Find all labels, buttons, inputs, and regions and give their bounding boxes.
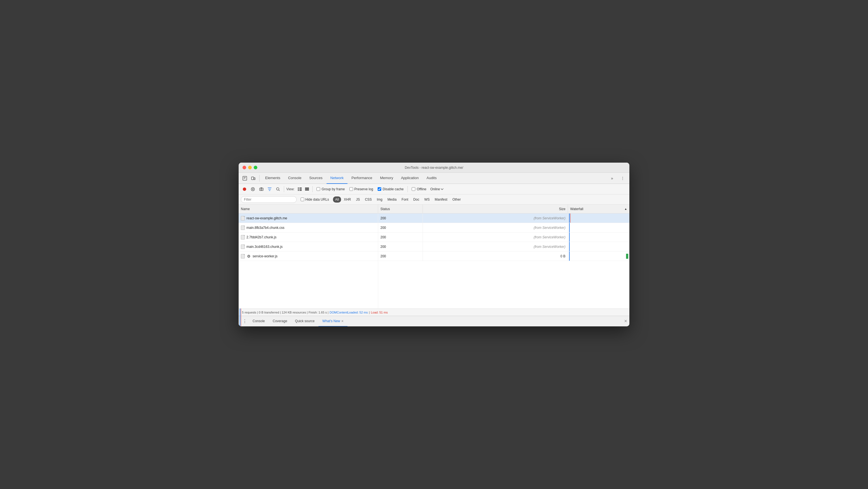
empty-table-area [239,261,629,309]
table-header: Name Status Size Waterfall ▲ [239,205,629,213]
row-name-4: main.3cd46163.chunk.js [239,242,378,251]
tab-memory[interactable]: Memory [376,173,397,184]
sort-arrow: ▲ [624,207,627,210]
view-label: View: [286,187,294,191]
waterfall-blue-line [569,232,570,242]
waterfall-blue-line-empty [240,309,240,326]
table-row[interactable]: main.3cd46163.chunk.js 200 (from Service… [239,242,629,252]
search-button[interactable] [274,185,282,193]
disable-cache-toggle[interactable]: Disable cache [376,187,405,191]
minimize-button[interactable] [248,166,252,169]
filter-button[interactable] [266,185,273,193]
filter-type-media[interactable]: Media [385,196,399,203]
row-waterfall-5 [568,252,629,261]
row-size-4: (from ServiceWorker) [423,242,568,251]
waterfall-red-line [570,213,570,223]
offline-checkbox[interactable] [412,187,415,191]
waterfall-red-line-empty [241,309,241,326]
waterfall-bars-5 [568,252,629,261]
clear-button[interactable] [249,185,256,193]
service-worker-icon: ⚙ [246,254,251,258]
group-by-frame-toggle[interactable]: Group by frame [315,187,346,191]
toolbar-divider-1 [284,186,284,192]
tab-application[interactable]: Application [397,173,423,184]
offline-toggle[interactable]: Offline [410,187,428,191]
table-row[interactable]: react-sw-example.glitch.me 200 (from Ser… [239,213,629,223]
toolbar-divider-3 [407,186,408,192]
header-status[interactable]: Status [378,205,423,213]
devtools-window: DevTools - react-sw-example.glitch.me/ E… [239,163,629,326]
tab-console[interactable]: Console [284,173,305,184]
filter-input[interactable] [241,196,297,203]
file-icon-1 [241,216,245,221]
network-throttle-dropdown[interactable]: Online [429,186,445,192]
row-waterfall-4 [568,242,629,251]
view-list-button[interactable] [297,186,303,192]
title-bar: DevTools - react-sw-example.glitch.me/ [239,163,629,173]
table-row[interactable]: 2.7fdd42b7.chunk.js 200 (from ServiceWor… [239,232,629,242]
svg-rect-15 [305,189,309,191]
tab-divider [259,175,259,182]
window-title: DevTools - react-sw-example.glitch.me/ [405,166,463,170]
more-tabs-button[interactable]: » [608,174,616,182]
filter-type-font[interactable]: Font [399,196,410,203]
filter-type-other[interactable]: Other [450,196,463,203]
filter-type-all[interactable]: All [333,196,341,203]
svg-rect-14 [305,188,309,189]
network-toolbar: View: Group by frame Preserve log [239,184,629,195]
filter-type-xhr[interactable]: XHR [342,196,353,203]
table-row[interactable]: main.8fb3a7b4.chunk.css 200 (from Servic… [239,223,629,232]
waterfall-bars-4 [568,242,629,251]
device-toolbar-icon[interactable] [249,174,257,182]
tab-network[interactable]: Network [327,173,348,184]
row-name-3: 2.7fdd42b7.chunk.js [239,232,378,242]
row-status-4: 200 [378,242,423,251]
group-by-frame-checkbox[interactable] [316,187,320,191]
tab-elements[interactable]: Elements [261,173,284,184]
devtools-tab-bar: Elements Console Sources Network Perform… [239,173,629,184]
hide-data-urls-checkbox[interactable] [301,198,304,201]
table-row[interactable]: ⚙ service-worker.js 200 0 B [239,252,629,261]
svg-rect-11 [300,189,302,190]
screenshot-button[interactable] [258,185,265,193]
filter-type-manifest[interactable]: Manifest [433,196,450,203]
header-waterfall[interactable]: Waterfall ▲ [568,205,629,213]
tab-sources[interactable]: Sources [305,173,327,184]
maximize-button[interactable] [254,166,257,169]
inspector-icon[interactable] [241,174,249,182]
tab-audits[interactable]: Audits [423,173,440,184]
close-button[interactable] [243,166,246,169]
svg-point-3 [243,188,246,191]
file-icon-3 [241,235,245,239]
disable-cache-checkbox[interactable] [378,187,381,191]
header-size[interactable]: Size [423,205,568,213]
preserve-log-toggle[interactable]: Preserve log [348,187,375,191]
preserve-log-checkbox[interactable] [349,187,353,191]
row-size-1: (from ServiceWorker) [423,213,568,223]
record-button[interactable] [241,185,248,193]
tab-performance[interactable]: Performance [347,173,376,184]
svg-rect-2 [254,178,255,180]
filter-type-css[interactable]: CSS [363,196,374,203]
waterfall-blue-line [569,242,570,251]
row-waterfall-1 [568,213,629,223]
waterfall-blue-line [569,252,570,261]
svg-rect-12 [298,190,299,191]
row-size-3: (from ServiceWorker) [423,232,568,242]
devtools-menu-button[interactable]: ⋮ [619,174,627,182]
svg-rect-8 [298,188,299,188]
hide-data-urls-toggle[interactable]: Hide data URLs [301,198,329,201]
filter-type-js[interactable]: JS [353,196,362,203]
row-size-2: (from ServiceWorker) [423,223,568,232]
header-name[interactable]: Name [239,205,378,213]
network-table-body: react-sw-example.glitch.me 200 (from Ser… [239,213,629,309]
svg-rect-13 [300,190,302,191]
filter-type-doc[interactable]: Doc [411,196,422,203]
row-status-2: 200 [378,223,423,232]
waterfall-green-dot [626,254,628,259]
filter-type-img[interactable]: Img [375,196,384,203]
close-all-tabs-button[interactable]: × [624,318,627,324]
filter-type-ws[interactable]: WS [422,196,432,203]
view-large-button[interactable] [304,186,310,192]
filter-bar: Hide data URLs All XHR JS CSS Img Media … [239,195,629,205]
